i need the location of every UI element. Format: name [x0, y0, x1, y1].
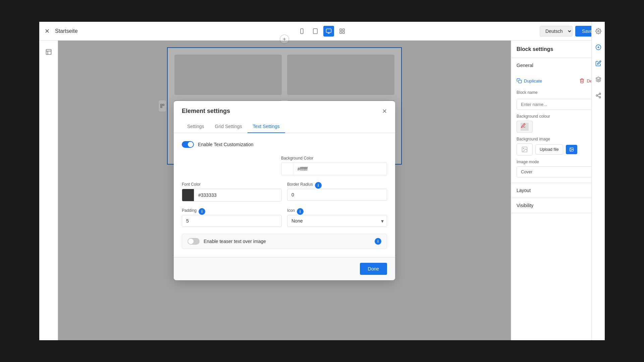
general-section: General Duplicate Delete	[511, 58, 605, 183]
font-color-label: Font Color	[182, 182, 282, 187]
share-icon[interactable]	[593, 90, 604, 101]
right-panel-header: Block settings ✕	[511, 41, 605, 58]
duplicate-label: Duplicate	[524, 78, 542, 83]
padding-field: Padding i 5	[182, 208, 282, 227]
tab-text-settings[interactable]: Text Settings	[248, 120, 285, 133]
svg-point-19	[523, 148, 524, 149]
brush-icon	[521, 123, 526, 128]
svg-rect-8	[343, 29, 344, 31]
bg-colour-label: Background colour	[517, 114, 599, 119]
modal-body: Enable Text Customization Background Col…	[174, 133, 395, 257]
block-name-group: Block name i	[517, 90, 599, 110]
icon-select[interactable]: None Arrow Star Heart	[287, 215, 387, 227]
svg-rect-0	[301, 28, 303, 34]
bg-color-label: Background Color	[281, 156, 387, 161]
visibility-section-header[interactable]: Visibility	[511, 198, 605, 213]
layout-section: Layout	[511, 183, 605, 198]
done-button[interactable]: Done	[360, 263, 387, 275]
canvas-area: + Element settings	[58, 41, 511, 340]
bg-colour-inner	[521, 123, 529, 131]
duplicate-button[interactable]: Duplicate	[517, 78, 542, 83]
padding-input[interactable]: 5	[182, 215, 282, 227]
right-icon-bar	[591, 22, 605, 340]
teaser-row: Enable teaser text over image i	[182, 234, 387, 249]
svg-rect-7	[340, 29, 341, 31]
content-area: + Element settings	[39, 41, 605, 340]
tab-settings[interactable]: Settings	[182, 120, 210, 133]
general-section-title: General	[517, 63, 533, 68]
icon-select-wrapper: None Arrow Star Heart	[287, 215, 387, 227]
enable-customization-row: Enable Text Customization	[182, 141, 387, 148]
icon-info-icon[interactable]: i	[297, 208, 304, 215]
font-color-swatch[interactable]	[182, 189, 194, 201]
padding-label: Padding	[182, 208, 197, 213]
svg-rect-17	[519, 80, 522, 83]
icon-field: Icon i None Arrow Star Heart	[287, 208, 387, 227]
mobile-device-icon[interactable]	[297, 26, 307, 37]
bg-color-input[interactable]: #ffffff	[293, 163, 387, 175]
image-mode-select[interactable]: Cover Contain Auto	[517, 166, 599, 177]
svg-rect-9	[340, 32, 341, 33]
bg-color-swatch[interactable]	[281, 163, 293, 175]
svg-point-22	[597, 31, 599, 32]
border-radius-field: Border Radius i 0	[287, 182, 387, 201]
layout-section-header[interactable]: Layout	[511, 183, 605, 198]
desktop-device-icon[interactable]	[323, 26, 334, 37]
visibility-section: Visibility	[511, 198, 605, 213]
svg-rect-10	[343, 32, 344, 33]
bg-colour-group: Background colour	[517, 114, 599, 133]
svg-point-21	[571, 148, 571, 149]
border-radius-input[interactable]: 0	[287, 189, 387, 201]
bg-image-extra-button[interactable]	[566, 145, 577, 154]
teaser-label: Enable teaser text over image	[204, 239, 266, 244]
font-color-input[interactable]: #333333	[194, 189, 281, 201]
border-radius-info-icon[interactable]: i	[315, 182, 322, 189]
font-color-input-wrapper: #333333	[182, 189, 282, 201]
enable-customization-toggle[interactable]	[182, 141, 194, 148]
image-icon	[569, 147, 574, 152]
image-placeholder-icon	[521, 146, 528, 153]
general-section-header[interactable]: General	[511, 58, 605, 73]
bg-colour-box[interactable]	[517, 121, 533, 133]
bg-color-input-wrapper: #ffffff	[281, 163, 387, 175]
modal-close-button[interactable]: ✕	[382, 108, 387, 115]
edit-icon[interactable]	[593, 58, 604, 69]
modal-footer: Done	[174, 257, 395, 280]
svg-point-27	[599, 93, 601, 95]
bg-color-spacer	[182, 156, 276, 175]
delete-icon	[579, 78, 585, 83]
bg-color-row: Background Color #ffffff	[182, 156, 387, 175]
page-title: Startseite	[55, 28, 78, 34]
padding-label-row: Padding i	[182, 208, 282, 215]
topbar-close-icon[interactable]: ✕	[45, 27, 50, 35]
tab-grid-settings[interactable]: Grid Settings	[210, 120, 248, 133]
toggle-knob	[188, 142, 193, 147]
svg-point-29	[599, 97, 601, 98]
padding-info-icon[interactable]: i	[199, 208, 205, 215]
duplicate-icon	[517, 78, 522, 83]
font-border-row: Font Color #333333 Border Radius i	[182, 182, 387, 201]
image-mode-group: Image mode Cover Contain Auto	[517, 160, 599, 177]
upload-file-button[interactable]: Upload file	[535, 144, 563, 155]
svg-rect-11	[46, 50, 51, 55]
layers-icon[interactable]	[593, 74, 604, 85]
topbar-right: Deutsch Save	[540, 26, 599, 37]
teaser-toggle-knob	[188, 239, 194, 244]
grid-view-icon[interactable]	[337, 26, 347, 37]
language-select[interactable]: Deutsch	[540, 26, 573, 37]
padding-icon-row: Padding i 5 Icon i	[182, 208, 387, 227]
enable-customization-label: Enable Text Customization	[198, 142, 254, 147]
device-switcher	[297, 26, 347, 37]
modal-tabs: Settings Grid Settings Text Settings	[174, 120, 395, 133]
right-panel: Block settings ✕ General Duplicate	[511, 41, 605, 340]
modal-overlay: Element settings ✕ Settings Grid Setting…	[58, 41, 511, 340]
teaser-toggle[interactable]	[187, 238, 200, 245]
settings-icon[interactable]	[593, 26, 604, 37]
teaser-info-icon[interactable]: i	[375, 238, 381, 245]
block-name-input[interactable]	[517, 99, 599, 110]
element-settings-modal: Element settings ✕ Settings Grid Setting…	[174, 101, 395, 280]
tablet-device-icon[interactable]	[310, 26, 321, 37]
add-element-icon[interactable]	[593, 42, 604, 53]
sidebar-layout-icon[interactable]	[43, 46, 55, 58]
layout-section-title: Layout	[517, 188, 531, 193]
